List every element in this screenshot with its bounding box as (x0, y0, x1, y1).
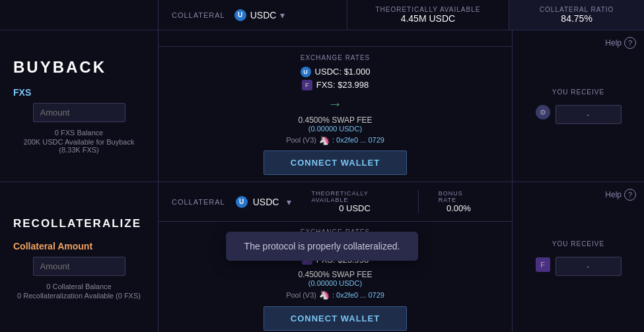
recollateralize-pool-row: Pool (V3) 🦄 : 0x2fe0 ... 0729 (286, 290, 384, 300)
theoretically-available-label: THEORETICALLY AVAILABLE (375, 6, 480, 13)
pool-address: : 0x2fe0 ... 0729 (332, 136, 384, 144)
exchange-rates-title: EXCHANGE RATES (301, 54, 371, 61)
collateral-ratio-value: 84.75% (561, 13, 592, 24)
recollateralize-receive-input (555, 257, 622, 276)
recollateralize-connect-wallet-button[interactable]: CONNECT WALLET (264, 306, 407, 331)
collateral-token-label: USDC (250, 10, 277, 20)
recollateralize-collateral-row: COLLATERAL U USDC ▾ THEORETICALLY AVAILA… (159, 182, 512, 222)
recollateralize-theor-available: THEORETICALLY AVAILABLE 0 USDC (291, 190, 418, 213)
uniswap-icon: 🦄 (319, 135, 330, 145)
frax-receive-icon: ⚙ (536, 105, 550, 119)
arrow-right: → (328, 96, 343, 113)
collateral-header-label: COLLATERAL (172, 11, 225, 19)
help-label: Help (605, 38, 622, 48)
collateral-amount-label: Collateral Amount (13, 241, 92, 251)
buyback-balance: 0 FXS Balance (55, 129, 103, 137)
buyback-receive-input (555, 105, 622, 124)
fxs-rate-row: F FXS: $23.998 (302, 80, 369, 90)
recollateralize-help-label: Help (605, 190, 622, 199)
buyback-connect-wallet-button[interactable]: CONNECT WALLET (264, 150, 407, 175)
recollateralize-pool-label: Pool (V3) (286, 291, 316, 299)
collateral-ratio-header: COLLATERAL RATIO 84.75% (509, 0, 644, 30)
usdc-icon: U (234, 9, 246, 21)
buyback-left-panel: BUYBACK FXS 0 FXS Balance 200K USDC Avai… (0, 30, 159, 182)
collateralized-tooltip: The protocol is properly collateralized. (226, 232, 419, 261)
bonus-rate-panel: BONUS RATE 0.00% (419, 190, 499, 213)
recollateralize-chevron-icon[interactable]: ▾ (287, 197, 291, 207)
usdc-rate-value: USDC: $1.000 (315, 67, 371, 77)
recollateralize-usdc-icon: U (236, 196, 248, 208)
buyback-title: BUYBACK (13, 58, 106, 77)
pool-row: Pool (V3) 🦄 : 0x2fe0 ... 0729 (286, 135, 384, 145)
buyback-available: 200K USDC Available for Buyback (8.33K F… (13, 138, 145, 154)
recollateralize-help-icon[interactable]: ? (624, 189, 636, 201)
swap-fee-sub: (0.00000 USDC) (308, 125, 362, 133)
bonus-rate-label: BONUS RATE (439, 190, 479, 203)
buyback-section: BUYBACK FXS 0 FXS Balance 200K USDC Avai… (0, 30, 644, 182)
bonus-rate-value: 0.00% (447, 203, 471, 213)
buyback-exchange-area: EXCHANGE RATES U USDC: $1.000 F FXS: $23… (159, 47, 512, 182)
recollateralize-you-receive-label: YOU RECEIVE (552, 240, 604, 248)
usdc-rate-row: U USDC: $1.000 (301, 67, 371, 77)
usdc-rate-icon: U (301, 67, 311, 77)
theoretically-available-value: 4.45M USDC (401, 13, 455, 24)
top-header-bar: COLLATERAL U USDC ▾ THEORETICALLY AVAILA… (0, 0, 644, 30)
theoretically-available-header: THEORETICALLY AVAILABLE 4.45M USDC (347, 0, 510, 30)
buyback-you-receive-panel: Help ? YOU RECEIVE ⚙ (512, 30, 644, 182)
recollateralize-title: RECOLLATERALIZE (13, 217, 141, 230)
recollateralize-fxs-receive-icon: F (536, 257, 550, 272)
recollateralize-amount-input[interactable] (33, 257, 125, 276)
collateral-selector-header[interactable]: COLLATERAL U USDC ▾ (159, 0, 347, 30)
help-icon[interactable]: ? (624, 37, 636, 49)
recollateralize-swap-fee: 0.4500% SWAP FEE (298, 270, 372, 279)
recollateralize-theor-label: THEORETICALLY AVAILABLE (311, 190, 398, 203)
recollateralize-available: 0 Recollateralization Available (0 FXS) (17, 292, 141, 300)
chevron-down-icon[interactable]: ▾ (280, 10, 285, 20)
buyback-amount-input[interactable] (33, 103, 125, 122)
recollateralize-theor-value: 0 USDC (339, 203, 371, 213)
you-receive-label: YOU RECEIVE (552, 88, 604, 96)
recollateralize-pool-address: : 0x2fe0 ... 0729 (332, 291, 384, 299)
recollateralize-you-receive-panel: Help ? YOU RECEIVE F (512, 182, 644, 332)
swap-fee: 0.4500% SWAP FEE (298, 116, 372, 125)
fxs-rate-icon: F (302, 80, 312, 90)
buyback-help[interactable]: Help ? (605, 37, 636, 49)
recollateralize-help[interactable]: Help ? (605, 189, 636, 201)
recollateralize-collateral-label: COLLATERAL (172, 198, 225, 206)
recollateralize-balance: 0 Collateral Balance (46, 282, 111, 290)
fxs-rate-value: FXS: $23.998 (316, 80, 369, 90)
fxs-label: FXS (13, 87, 31, 98)
collateral-ratio-label: COLLATERAL RATIO (540, 6, 614, 13)
buyback-collateral-row (159, 30, 512, 47)
recollateralize-section: RECOLLATERALIZE Collateral Amount 0 Coll… (0, 182, 644, 332)
recollateralize-collateral-token: USDC (253, 197, 279, 207)
pool-label: Pool (V3) (286, 136, 316, 144)
recollateralize-swap-fee-sub: (0.00000 USDC) (308, 279, 362, 287)
recollateralize-left-panel: RECOLLATERALIZE Collateral Amount 0 Coll… (0, 182, 159, 332)
recollateralize-uniswap-icon: 🦄 (319, 290, 330, 300)
header-empty-space (0, 0, 159, 30)
buyback-center-panel: EXCHANGE RATES U USDC: $1.000 F FXS: $23… (159, 30, 512, 182)
